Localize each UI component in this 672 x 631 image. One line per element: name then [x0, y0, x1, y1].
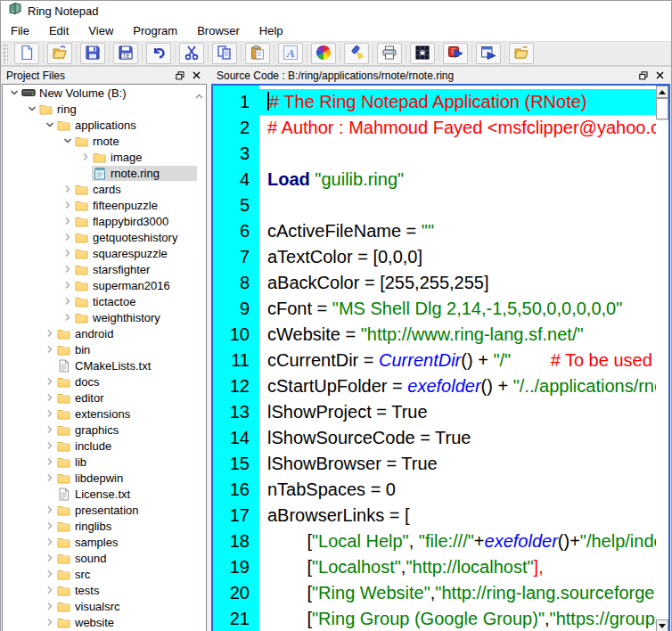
tree-item-sound[interactable]: sound [3, 550, 206, 566]
code-line-3[interactable] [259, 141, 656, 167]
tree-item-docs[interactable]: docs [3, 373, 206, 389]
chevron-right-icon[interactable] [44, 345, 56, 354]
close-panel-button[interactable] [653, 70, 666, 82]
chevron-right-icon[interactable] [61, 313, 74, 322]
menu-program[interactable]: Program [123, 22, 187, 39]
scroll-down-button[interactable] [656, 619, 668, 631]
code-line-7[interactable]: aTextColor = [0,0,0] [259, 244, 656, 270]
tree-item-flappybird3000[interactable]: flappybird3000 [3, 213, 206, 229]
tree-item-rnote-ring[interactable]: rnote.ring [3, 165, 206, 181]
tree-item-squarespuzzle[interactable]: squarespuzzle [3, 245, 206, 261]
float-panel-button[interactable] [174, 70, 186, 82]
chevron-right-icon[interactable] [44, 377, 56, 386]
tree-scroll-up-icon[interactable] [195, 86, 203, 102]
tree-item-visualsrc[interactable]: visualsrc [3, 598, 206, 614]
code-line-16[interactable]: nTabSpaces = 0 [259, 477, 656, 503]
chevron-right-icon[interactable] [44, 441, 56, 450]
save-button[interactable] [80, 43, 105, 64]
project-files-tree[interactable]: New Volume (B:)ringapplicationsrnoteimag… [2, 84, 207, 631]
tree-item-ringlibs[interactable]: ringlibs [3, 518, 206, 534]
tree-item-new-volume-b-[interactable]: New Volume (B:) [3, 85, 206, 101]
tree-item-android[interactable]: android [3, 325, 206, 341]
cut-button[interactable] [179, 43, 204, 64]
code-line-13[interactable]: lShowProject = True [259, 399, 656, 425]
chevron-right-icon[interactable] [79, 152, 92, 161]
tree-scroll-down-icon[interactable] [195, 627, 203, 631]
code-line-4[interactable]: Load "guilib.ring" [259, 167, 656, 193]
run-button[interactable] [443, 43, 468, 64]
chevron-right-icon[interactable] [44, 393, 56, 402]
tree-item-weighthistory[interactable]: weighthistory [3, 309, 206, 325]
tree-item-bin[interactable]: bin [3, 341, 206, 357]
code-line-10[interactable]: cWebsite = "http://www.ring-lang.sf.net/… [259, 322, 656, 348]
code-line-6[interactable]: cActiveFileName = "" [259, 218, 656, 244]
tree-item-fifteenpuzzle[interactable]: fifteenpuzzle [3, 197, 206, 213]
find-button[interactable] [344, 43, 369, 64]
tree-item-tests[interactable]: tests [3, 582, 206, 598]
tree-item-license-txt[interactable]: License.txt [3, 486, 206, 502]
code-line-1[interactable]: # The Ring Notepad Application (RNote) [259, 89, 656, 115]
code-line-15[interactable]: lShowBrowser = True [259, 451, 656, 477]
menu-browser[interactable]: Browser [187, 22, 250, 39]
chevron-right-icon[interactable] [44, 537, 56, 546]
chevron-down-icon[interactable] [26, 104, 38, 113]
code-line-17[interactable]: aBrowserLinks = [ [259, 503, 656, 529]
color-button[interactable] [311, 43, 336, 64]
run-gui-button[interactable] [476, 43, 501, 64]
open-folder-button[interactable] [509, 43, 534, 64]
tree-item-applications[interactable]: applications [3, 117, 206, 133]
chevron-right-icon[interactable] [44, 521, 56, 530]
chevron-right-icon[interactable] [44, 457, 56, 466]
tree-item-lib[interactable]: lib [3, 454, 206, 470]
chevron-right-icon[interactable] [61, 184, 74, 193]
code-area[interactable]: # The Ring Notepad Application (RNote)# … [259, 86, 656, 631]
tree-item-presentation[interactable]: presentation [3, 502, 206, 518]
vertical-scrollbar[interactable] [656, 86, 668, 631]
code-line-20[interactable]: ["Ring Website","http://ring-lang.source… [259, 580, 656, 606]
paste-button[interactable] [245, 43, 270, 64]
float-panel-button[interactable] [637, 70, 650, 82]
save-as-button[interactable]: TE [113, 43, 138, 64]
chevron-right-icon[interactable] [44, 473, 56, 482]
menu-view[interactable]: View [78, 22, 123, 39]
menu-file[interactable]: File [1, 22, 39, 39]
code-line-9[interactable]: cFont = "MS Shell Dlg 2,14,-1,5,50,0,0,0… [259, 296, 656, 322]
chevron-right-icon[interactable] [44, 505, 56, 514]
chevron-right-icon[interactable] [61, 201, 74, 209]
toolbar-drag-handle[interactable] [3, 44, 8, 63]
chevron-right-icon[interactable] [44, 586, 56, 594]
chevron-down-icon[interactable] [8, 88, 20, 97]
code-line-19[interactable]: ["Localhost","http://localhost"], [259, 554, 656, 580]
code-line-2[interactable]: # Author : Mahmoud Fayed <msfclipper@yah… [259, 115, 656, 141]
chevron-right-icon[interactable] [61, 217, 74, 225]
vertical-scroll-thumb[interactable] [656, 98, 668, 119]
tree-item-include[interactable]: include [3, 438, 206, 454]
code-line-8[interactable]: aBackColor = [255,255,255] [259, 270, 656, 296]
tree-item-getquoteshistory[interactable]: getquoteshistory [3, 229, 206, 245]
code-line-14[interactable]: lShowSourceCode = True [259, 425, 656, 451]
tree-item-cmakelists-txt[interactable]: CMakeLists.txt [3, 357, 206, 373]
chevron-right-icon[interactable] [44, 618, 56, 627]
code-editor[interactable]: 123456789101112131415161718192021 # The … [211, 84, 670, 631]
close-panel-button[interactable] [190, 70, 202, 82]
tree-item-rnote[interactable]: rnote [3, 133, 206, 149]
print-button[interactable] [377, 43, 402, 64]
tree-item-src[interactable]: src [3, 566, 206, 582]
chevron-down-icon[interactable] [61, 136, 74, 145]
code-line-11[interactable]: cCurrentDir = CurrentDir() + "/" # To be… [259, 348, 656, 373]
tree-item-libdepwin[interactable]: libdepwin [3, 470, 206, 486]
tree-item-image[interactable]: image [3, 149, 206, 165]
chevron-right-icon[interactable] [44, 553, 56, 562]
chevron-right-icon[interactable] [61, 233, 74, 242]
code-line-5[interactable] [259, 193, 656, 218]
open-file-button[interactable] [47, 43, 72, 64]
chevron-right-icon[interactable] [44, 409, 56, 418]
run-console-button[interactable] [410, 43, 435, 64]
copy-button[interactable] [212, 43, 237, 64]
chevron-down-icon[interactable] [44, 120, 56, 129]
tree-item-graphics[interactable]: graphics [3, 422, 206, 438]
tree-item-editor[interactable]: editor [3, 389, 206, 406]
tree-item-website[interactable]: website [3, 614, 206, 630]
menu-edit[interactable]: Edit [39, 22, 78, 39]
tree-item-ring[interactable]: ring [3, 101, 206, 117]
